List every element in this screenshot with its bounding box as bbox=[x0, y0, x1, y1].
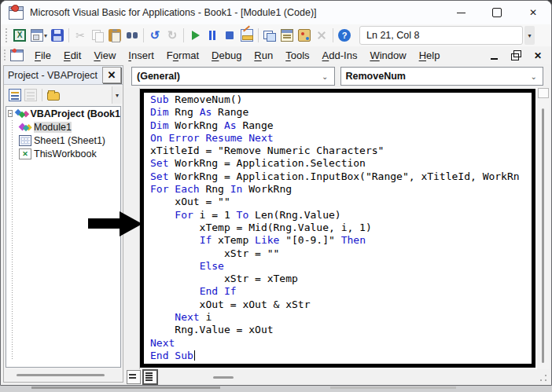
scrollbar-thumb[interactable] bbox=[542, 108, 544, 363]
code-line[interactable]: For i = 1 To Len(Rng.Value) bbox=[150, 209, 532, 222]
code-line[interactable]: Dim WorkRng As Range bbox=[150, 119, 532, 132]
toolbar-options-button[interactable]: ▾ bbox=[524, 26, 535, 45]
minimize-button[interactable] bbox=[443, 1, 479, 24]
undo-button[interactable] bbox=[146, 27, 164, 44]
margin-indicator-bar[interactable] bbox=[125, 88, 140, 369]
menu-debug[interactable]: Debug bbox=[205, 48, 248, 63]
code-line[interactable]: End Sub bbox=[150, 350, 532, 362]
code-line[interactable]: xTemp = Mid(Rng.Value, i, 1) bbox=[150, 222, 532, 234]
main-area: Project - VBAProject ✕ ▾ -VBAProject (Bo… bbox=[1, 64, 551, 385]
maximize-button[interactable] bbox=[479, 1, 515, 24]
menu-addins[interactable]: Add-Ins bbox=[316, 48, 364, 63]
standard-toolbar: ▾ Ln 21, Col 8 ▾ bbox=[1, 24, 551, 47]
menu-format[interactable]: Format bbox=[160, 48, 205, 63]
code-line[interactable]: Next i bbox=[150, 311, 532, 324]
excel-button[interactable] bbox=[11, 27, 28, 44]
scrollbar-thumb[interactable] bbox=[213, 376, 234, 379]
cut-icon bbox=[74, 29, 86, 42]
project-panel-close-button[interactable]: ✕ bbox=[102, 67, 121, 83]
menubar-grip[interactable] bbox=[3, 49, 7, 61]
code-line[interactable]: Dim Rng As Range bbox=[150, 106, 532, 119]
save-button[interactable] bbox=[49, 27, 66, 44]
tree-expander[interactable]: - bbox=[8, 110, 13, 117]
menu-edit[interactable]: Edit bbox=[57, 48, 87, 63]
menu-window[interactable]: Window bbox=[363, 48, 412, 63]
code-line[interactable]: Set WorkRng = Application.Selection bbox=[150, 157, 532, 170]
title-bar: Microsoft Visual Basic for Applications … bbox=[1, 1, 551, 24]
code-editor-area[interactable]: Sub RemoveNum()Dim Rng As RangeDim WorkR… bbox=[125, 88, 537, 369]
menu-file[interactable]: File bbox=[28, 48, 57, 63]
chevron-down-icon: ⌄ bbox=[322, 72, 328, 81]
menu-help[interactable]: Help bbox=[413, 48, 447, 63]
toolbox-button[interactable] bbox=[313, 27, 330, 44]
code-line[interactable]: End If bbox=[150, 285, 532, 298]
code-line[interactable]: Sub RemoveNum() bbox=[150, 93, 532, 106]
find-button[interactable] bbox=[123, 27, 141, 44]
code-line[interactable]: Rng.Value = xOut bbox=[150, 324, 532, 336]
tree-item-label: Sheet1 (Sheet1) bbox=[34, 135, 105, 146]
code-line[interactable]: On Error Resume Next bbox=[150, 132, 532, 145]
resize-grip[interactable] bbox=[539, 374, 547, 382]
properties-window-button[interactable] bbox=[278, 27, 296, 44]
code-line[interactable]: Next bbox=[150, 337, 532, 350]
full-module-view-button[interactable] bbox=[142, 369, 158, 385]
menu-run[interactable]: Run bbox=[248, 48, 279, 63]
code-line[interactable]: Set WorkRng = Application.InputBox("Rang… bbox=[150, 170, 532, 183]
splitter-box[interactable] bbox=[538, 88, 549, 98]
redo-button[interactable] bbox=[164, 27, 181, 44]
project-horizontal-scrollbar[interactable] bbox=[6, 369, 121, 380]
module-window-icon bbox=[10, 49, 24, 61]
tree-item-vbaproject-book1[interactable]: -VBAProject (Book1 bbox=[6, 107, 120, 120]
vba-app-icon bbox=[9, 6, 24, 20]
save-icon bbox=[51, 29, 64, 42]
insert-userform-button[interactable] bbox=[28, 27, 46, 44]
paste-button[interactable] bbox=[106, 27, 123, 44]
window-title: Microsoft Visual Basic for Applications … bbox=[30, 7, 317, 18]
tree-item-module1[interactable]: Module1 bbox=[6, 120, 120, 134]
object-dropdown[interactable]: (General) ⌄ bbox=[131, 67, 335, 86]
procedure-dropdown-value: RemoveNum bbox=[346, 71, 406, 82]
code-line[interactable]: For Each Rng In WorkRng bbox=[150, 183, 532, 196]
procedure-dropdown[interactable]: RemoveNum ⌄ bbox=[340, 67, 544, 86]
run-button[interactable] bbox=[186, 27, 204, 44]
design-mode-button[interactable] bbox=[238, 27, 256, 44]
mdi-close-button[interactable] bbox=[532, 50, 543, 61]
help-icon bbox=[338, 29, 351, 42]
module-icon bbox=[19, 122, 31, 133]
menu-tools[interactable]: Tools bbox=[279, 48, 315, 63]
object-browser-button[interactable] bbox=[296, 27, 313, 44]
copy-button[interactable] bbox=[89, 27, 106, 44]
code-line[interactable]: If xTemp Like "[0-9.]" Then bbox=[150, 234, 532, 247]
tree-item-thisworkbook[interactable]: ThisWorkbook bbox=[6, 147, 120, 160]
cut-button[interactable] bbox=[72, 27, 89, 44]
close-button[interactable] bbox=[515, 1, 551, 24]
procedure-view-button[interactable] bbox=[127, 370, 141, 384]
mdi-minimize-button[interactable] bbox=[488, 50, 499, 61]
toggle-folders-icon[interactable] bbox=[47, 92, 60, 101]
code-line[interactable]: xStr = "" bbox=[150, 247, 532, 260]
menu-insert[interactable]: Insert bbox=[122, 48, 160, 63]
view-object-icon[interactable] bbox=[24, 89, 37, 101]
code-line[interactable]: xStr = xTemp bbox=[150, 273, 532, 285]
code-line[interactable]: xTitleId = "Remove Numeric Characters" bbox=[150, 145, 532, 157]
mdi-restore-button[interactable] bbox=[510, 50, 521, 61]
scrollbar-thumb[interactable] bbox=[17, 374, 105, 376]
code-line[interactable]: xOut = "" bbox=[150, 196, 532, 208]
project-explorer-button[interactable] bbox=[261, 27, 278, 44]
reset-button[interactable] bbox=[221, 27, 238, 44]
code-line[interactable]: xOut = xOut & xStr bbox=[150, 299, 532, 311]
project-toolbar-options-button[interactable]: ▾ bbox=[112, 86, 122, 104]
code-text[interactable]: Sub RemoveNum()Dim Rng As RangeDim WorkR… bbox=[150, 93, 532, 362]
code-window-header: (General) ⌄ RemoveNum ⌄ bbox=[131, 67, 543, 86]
reset-icon bbox=[223, 29, 236, 42]
project-panel-header[interactable]: Project - VBAProject ✕ bbox=[4, 66, 123, 85]
break-button[interactable] bbox=[204, 27, 221, 44]
window-controls bbox=[443, 1, 551, 24]
code-line[interactable]: Else bbox=[150, 260, 532, 273]
tree-item-sheet1-sheet1[interactable]: Sheet1 (Sheet1) bbox=[6, 134, 120, 147]
toolbar-grip[interactable] bbox=[5, 28, 9, 42]
view-code-icon[interactable] bbox=[9, 89, 21, 101]
code-vertical-scrollbar[interactable] bbox=[537, 88, 550, 369]
help-button[interactable] bbox=[336, 27, 353, 44]
menu-view[interactable]: View bbox=[87, 48, 122, 63]
